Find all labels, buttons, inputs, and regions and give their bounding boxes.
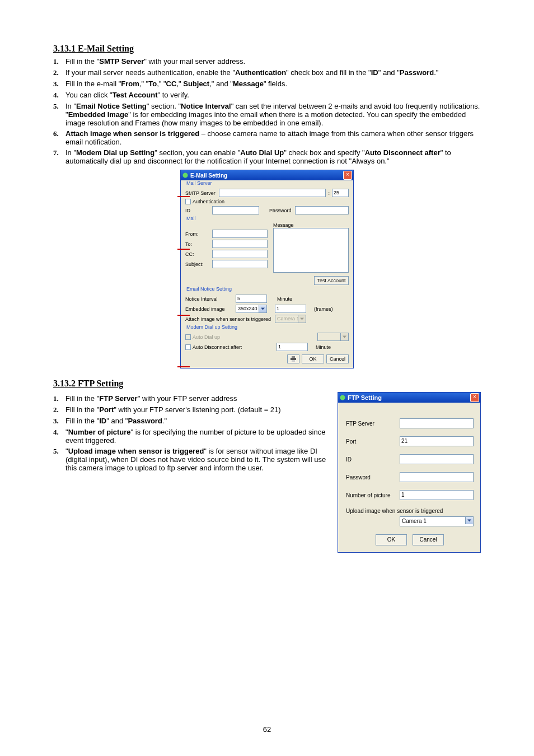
label-id: ID xyxy=(185,208,212,213)
to-input[interactable] xyxy=(212,240,268,248)
label-ftp-server: FTP Server xyxy=(346,421,400,427)
email-section-title: 3.13.1 E-Mail Setting xyxy=(53,44,481,54)
autodisc-checkbox[interactable] xyxy=(185,344,191,350)
group-mail: Mail xyxy=(185,216,197,221)
message-textarea[interactable] xyxy=(273,228,349,273)
close-icon[interactable]: × xyxy=(470,393,479,402)
label-id: ID xyxy=(346,456,400,463)
label-interval: Notice Interval xyxy=(185,296,236,302)
smtp-input[interactable] xyxy=(219,189,326,197)
label-autodisc: Auto Disconnect after: xyxy=(193,344,277,350)
app-icon xyxy=(339,394,346,401)
label-sep: : xyxy=(326,190,332,196)
row-idpw: ID Password xyxy=(185,206,349,214)
ftp-dialog-body: FTP Server Port21 ID Password Number of … xyxy=(338,403,480,552)
chevron-down-icon xyxy=(259,305,266,312)
ftp-section-title: 3.13.2 FTP Setting xyxy=(53,379,481,389)
label-upload: Upload image when sensor is triggered xyxy=(346,508,474,514)
svg-rect-0 xyxy=(291,358,296,360)
label-smtp: SMTP Server xyxy=(185,190,219,196)
embedded-size-value: 350x240 xyxy=(238,306,257,311)
label-minute: Minute xyxy=(277,296,292,302)
autodisc-input[interactable]: 1 xyxy=(277,343,308,351)
label-subject: Subject: xyxy=(185,262,212,267)
interval-input[interactable]: 5 xyxy=(236,295,267,303)
ftp-item-2: 2.Fill in the "Port" with your FTP serve… xyxy=(53,405,326,414)
close-icon[interactable]: × xyxy=(343,171,352,180)
autodial-combo[interactable] xyxy=(317,333,349,341)
upload-camera-value: Camera 1 xyxy=(402,518,427,524)
upload-camera-combo[interactable]: Camera 1 xyxy=(400,516,474,526)
ftp-item-3: 3.Fill in the "ID" and "Password." xyxy=(53,417,326,426)
callout-line xyxy=(177,366,190,367)
subject-input[interactable] xyxy=(212,260,268,268)
group-mail-server: Mail Server xyxy=(185,180,213,186)
chevron-down-icon xyxy=(298,315,306,323)
app-icon xyxy=(182,172,189,179)
embedded-size-combo[interactable]: 350x240 xyxy=(236,305,267,313)
from-input[interactable] xyxy=(212,230,268,238)
ok-button[interactable]: OK xyxy=(302,354,324,363)
printer-icon xyxy=(290,356,297,362)
label-cc: CC: xyxy=(185,251,212,257)
svg-rect-2 xyxy=(292,360,295,362)
email-item-6: 6.Attach image when sensor is triggered … xyxy=(53,129,481,146)
label-embedded: Embedded image xyxy=(185,306,236,312)
group-modem: Modem Dial up Setting xyxy=(185,324,238,330)
cancel-button[interactable]: Cancel xyxy=(413,534,444,545)
label-auth: Authentication xyxy=(193,199,224,204)
page-number: 62 xyxy=(0,725,534,734)
ftp-item-1: 1.Fill in the "FTP Server" with your FTP… xyxy=(53,394,326,403)
ftp-dialog-titlebar: FTP Setting × xyxy=(338,393,480,403)
svg-rect-1 xyxy=(292,356,295,358)
ftp-dialog: FTP Setting × FTP Server Port21 ID Passw… xyxy=(338,392,481,553)
ftp-password-input[interactable] xyxy=(400,472,474,482)
label-attach: Attach image when sensor is triggered xyxy=(185,316,275,322)
email-item-1: 1.Fill in the "SMTP Server" with your ma… xyxy=(53,57,481,66)
test-account-button[interactable]: Test Account xyxy=(314,276,349,285)
label-message: Message xyxy=(273,222,349,228)
email-item-3: 3.Fill in the e-mail "From," "To," "CC,"… xyxy=(53,80,481,88)
attach-camera-combo[interactable]: Camera 1 xyxy=(275,315,306,323)
autodial-checkbox[interactable] xyxy=(185,334,191,340)
label-to: To: xyxy=(185,241,212,247)
smtp-port-input[interactable]: 25 xyxy=(332,189,349,197)
print-button[interactable] xyxy=(287,354,299,363)
email-dialog-title: E-Mail Setting xyxy=(190,172,343,179)
password-input[interactable] xyxy=(295,206,349,214)
label-autodial: Auto Dial up xyxy=(193,334,220,340)
label-numpic: Number of picture xyxy=(346,492,400,498)
label-port: Port xyxy=(346,438,400,445)
label-frames: (frames) xyxy=(314,306,333,312)
cc-input[interactable] xyxy=(212,250,268,258)
attach-camera-value: Camera 1 xyxy=(277,316,299,321)
group-notice: Email Notice Setting xyxy=(185,286,233,292)
email-dialog-footer: OK Cancel xyxy=(185,354,349,363)
label-password: Password xyxy=(269,208,292,213)
numpic-input[interactable]: 1 xyxy=(400,490,474,500)
email-item-5: 5.In "Email Notice Setting" section. "No… xyxy=(53,102,481,127)
id-input[interactable] xyxy=(212,206,259,214)
ftp-server-input[interactable] xyxy=(400,418,474,428)
page: 3.13.1 E-Mail Setting 1.Fill in the "SMT… xyxy=(0,0,534,756)
port-input[interactable]: 21 xyxy=(400,436,474,446)
ok-button[interactable]: OK xyxy=(376,534,407,545)
frames-input[interactable]: 1 xyxy=(275,305,306,313)
email-dialog: E-Mail Setting × Mail Server SMTP Server… xyxy=(180,170,354,368)
label-from: From: xyxy=(185,231,212,237)
email-dialog-body: Mail Server SMTP Server : 25 Authenticat… xyxy=(181,180,353,368)
cancel-button[interactable]: Cancel xyxy=(326,354,349,363)
row-smtp: SMTP Server : 25 xyxy=(185,189,349,197)
ftp-dialog-title: FTP Setting xyxy=(348,394,470,401)
row-auth: Authentication xyxy=(185,199,349,204)
ftp-id-input[interactable] xyxy=(400,454,474,464)
ftp-dialog-footer: OK Cancel xyxy=(346,534,474,545)
chevron-down-icon xyxy=(340,333,348,340)
ftp-item-4: 4."Number of picture" is for specifying … xyxy=(53,428,326,445)
ftp-item-5: 5."Upload image when sensor is triggered… xyxy=(53,447,326,472)
chevron-down-icon xyxy=(465,517,473,524)
label-password: Password xyxy=(346,474,400,480)
email-dialog-titlebar: E-Mail Setting × xyxy=(181,170,353,180)
label-minute-2: Minute xyxy=(316,344,331,350)
auth-checkbox[interactable] xyxy=(185,199,191,204)
